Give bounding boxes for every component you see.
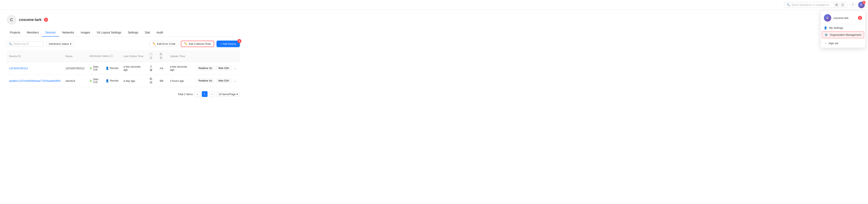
main-content: C coscene-lark 3 Projects Members Device… — [0, 10, 246, 102]
remote-label: Remote — [110, 67, 119, 70]
add-device-badge: 4 — [237, 39, 242, 43]
chevron-down-icon2: ▾ — [237, 93, 238, 96]
col-last-online: Last Online Time — [121, 50, 147, 62]
update-time-cell: a few seconds ago — [167, 62, 194, 75]
admission-status-button[interactable]: Admission status ▾ — [46, 41, 74, 47]
kbd-cmd: ⌘ — [834, 3, 839, 7]
col-admission: Admission status ⓘ — [87, 50, 121, 62]
dropdown-username: coscene-lark — [833, 17, 848, 20]
tab-devices[interactable]: Devices — [42, 29, 59, 36]
pagination: Total 2 Items ‹ 1 › 10 Items/Page ▾ — [6, 91, 240, 97]
org-header: C coscene-lark 3 — [6, 15, 240, 25]
edit-error-code-button[interactable]: ✏️ Edit Error Code — [150, 41, 179, 47]
search-box[interactable]: 🔍 Search by ID — [6, 41, 43, 47]
store-cell: 杭州 — [147, 75, 157, 87]
realtime-viz-button-1[interactable]: Realtime Viz — [196, 79, 215, 83]
devices-table: Device ID Name Admission status ⓘ Last O… — [6, 50, 240, 87]
tab-audit[interactable]: Audit — [153, 29, 166, 36]
remote-icon: 👤 — [105, 66, 109, 70]
org-management-label: Organization Management — [830, 33, 861, 36]
user-dropdown-menu: C coscene-lark 2 👤 My Settings ⚙️ Organi… — [820, 11, 866, 48]
tab-networks[interactable]: Networks — [59, 29, 78, 36]
data-coll-label2: Data Coll. — [93, 78, 103, 84]
table-header: Device ID Name Admission status ⓘ Last O… — [6, 50, 240, 62]
kbd-k: K — [841, 3, 845, 7]
dropdown-header: C coscene-lark 2 — [820, 12, 865, 24]
tab-images[interactable]: Images — [78, 29, 93, 36]
table-body: 12CNS5782312 12CNS5782312 🖥 Data Coll. 👤… — [6, 62, 240, 87]
my-settings-label: My Settings — [829, 26, 843, 29]
tab-projects[interactable]: Projects — [6, 29, 24, 36]
admission-label: Admission status — [49, 42, 69, 46]
remote-icon2: 👤 — [105, 79, 109, 82]
device-name-cell: 12CNS5782312 — [63, 62, 87, 75]
total-items: Total 2 Items — [178, 93, 193, 96]
devices-toolbar: 🔍 Search by ID Admission status ▾ ✏️ Edi… — [6, 41, 240, 47]
table-row: 12CNS5782312 12CNS5782312 🖥 Data Coll. 👤… — [6, 62, 240, 75]
device-id-cell: qwq8ec1237ee8484b9aae77b34aad6e8fb0 — [6, 75, 63, 87]
col-name: Name — [63, 50, 87, 62]
add-device-wrap: + Add Device 4 — [217, 41, 240, 47]
model-cell: BB — [157, 75, 167, 87]
edit-collector-label: Edit Collector Rule — [189, 42, 211, 46]
org-badge: 3 — [44, 18, 48, 22]
data-coll-label: Data Coll. — [93, 65, 103, 71]
col-store: 门店 — [147, 50, 157, 62]
org-management-item[interactable]: ⚙️ Organization Management — [822, 31, 864, 38]
actions-cell: Realtime Viz Web SSH ... — [194, 75, 240, 87]
data-coll-icon2: 🖥 — [89, 79, 92, 82]
org-avatar: C — [6, 15, 17, 25]
dropdown-badge2: 2 — [858, 16, 862, 20]
tab-settings[interactable]: Settings — [125, 29, 142, 36]
org-name: coscene-lark — [19, 18, 41, 22]
edit-error-label: Edit Error Code — [157, 42, 176, 46]
last-online-cell: a few seconds ago — [121, 62, 147, 75]
admission-status-cell: 🖥 Data Coll. 👤 Remote — [87, 62, 121, 75]
search-icon: 🔍 — [787, 3, 790, 6]
col-update-time: Update Time — [167, 50, 194, 62]
dropdown-avatar: C — [824, 14, 831, 22]
device-id-link[interactable]: 12CNS5782312 — [9, 67, 28, 70]
notification-badge: 1 — [862, 1, 866, 4]
col-model: 机型 — [157, 50, 167, 62]
sign-out-item[interactable]: → Sign out — [820, 40, 865, 47]
more-actions-button-0[interactable]: ... — [233, 66, 237, 70]
realtime-viz-button-0[interactable]: Realtime Viz — [196, 66, 215, 70]
prev-page-button[interactable]: ‹ — [194, 91, 200, 97]
more-actions-button-1[interactable]: ... — [233, 78, 237, 83]
table-row: qwq8ec1237ee8484b9aae77b34aad6e8fb0 ubun… — [6, 75, 240, 87]
help-button[interactable]: ? — [850, 2, 856, 8]
data-coll-icon: 🖥 — [89, 66, 92, 70]
person-icon: 👤 — [824, 26, 827, 29]
next-page-button[interactable]: › — [209, 91, 215, 97]
remote-label2: Remote — [110, 79, 119, 82]
topbar: 🔍 Quick operations or navigate to... ⌘ K… — [0, 0, 868, 10]
user-avatar-button[interactable]: C 1 — [858, 2, 865, 8]
tab-members[interactable]: Members — [24, 29, 42, 36]
update-time-cell: 3 hours ago — [167, 75, 194, 87]
web-ssh-button-0[interactable]: Web SSH — [216, 66, 231, 70]
model-cell: AA — [157, 62, 167, 75]
search-placeholder: Search by ID — [13, 42, 29, 46]
my-settings-item[interactable]: 👤 My Settings — [820, 25, 865, 31]
quick-nav[interactable]: 🔍 Quick operations or navigate to... ⌘ K — [784, 2, 847, 8]
store-cell: 上海 — [147, 62, 157, 75]
web-ssh-button-1[interactable]: Web SSH — [216, 79, 231, 83]
chevron-down-icon: ▾ — [70, 42, 71, 46]
col-device-id: Device ID — [6, 50, 63, 62]
device-name-cell: ubuntu3 — [63, 75, 87, 87]
nav-tabs: Projects Members Devices Networks Images… — [6, 29, 240, 36]
pencil-icon: ✏️ — [153, 42, 156, 46]
page-1-button[interactable]: 1 — [202, 91, 208, 97]
gear-icon: ⚙️ — [825, 33, 828, 36]
per-page-selector[interactable]: 10 Items/Page ▾ — [217, 92, 240, 96]
edit-collector-rule-button[interactable]: ✏️ Edit Collector Rule — [181, 41, 214, 47]
pencil-icon2: ✏️ — [184, 42, 187, 46]
tab-viz-layout[interactable]: Viz Layout Settings — [93, 29, 125, 36]
help-icon: ? — [852, 3, 854, 6]
add-device-label: + Add Device — [220, 42, 236, 46]
device-id-cell: 12CNS5782312 — [6, 62, 63, 75]
add-device-button[interactable]: + Add Device — [217, 41, 240, 47]
tab-stat[interactable]: Stat — [142, 29, 153, 36]
device-id-link[interactable]: qwq8ec1237ee8484b9aae77b34aad6e8fb0 — [9, 79, 61, 82]
